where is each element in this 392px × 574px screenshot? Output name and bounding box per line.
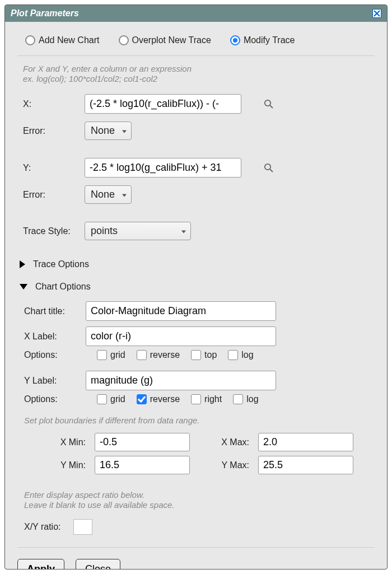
ratio-label: X/Y ratio: [24, 522, 61, 532]
y-right-checkbox[interactable]: right [191, 394, 222, 404]
close-button[interactable]: Close [76, 559, 120, 569]
xmax-input[interactable] [258, 433, 353, 451]
divider [17, 55, 375, 56]
apply-button[interactable]: Apply [17, 559, 64, 569]
x-input[interactable] [85, 94, 241, 114]
svg-line-1 [270, 105, 273, 108]
x-error-label: Error: [23, 126, 79, 136]
ymax-input[interactable] [258, 456, 353, 474]
plot-parameters-dialog: Plot Parameters Add New Chart Overplot N… [4, 4, 388, 570]
y-input[interactable] [85, 158, 241, 178]
divider [17, 547, 375, 548]
checkbox-icon [228, 350, 238, 360]
checkbox-icon [97, 350, 107, 360]
chart-options-panel: Chart title: X Label: Options: grid reve… [17, 295, 375, 542]
checkbox-icon [233, 394, 243, 404]
ymax-label: Y Max: [199, 460, 249, 470]
x-log-checkbox[interactable]: log [228, 350, 253, 360]
expander-label: Trace Options [33, 259, 89, 269]
options-label: Options: [24, 394, 86, 404]
chevron-down-icon [20, 284, 27, 290]
x-label: X: [23, 99, 79, 109]
ratio-input[interactable] [73, 519, 92, 535]
x-reverse-checkbox[interactable]: reverse [137, 350, 180, 360]
close-icon[interactable] [372, 9, 381, 18]
radio-overplot-new-trace[interactable]: Overplot New Trace [119, 35, 211, 45]
radio-label: Overplot New Trace [132, 35, 211, 45]
options-label: Options: [24, 350, 86, 360]
y-grid-checkbox[interactable]: grid [97, 394, 125, 404]
checkbox-icon [97, 394, 107, 404]
y-label: Y: [23, 163, 79, 173]
radio-icon [230, 35, 240, 45]
xmin-input[interactable] [95, 433, 190, 451]
chart-title-label: Chart title: [24, 306, 86, 316]
dialog-title: Plot Parameters [11, 8, 79, 18]
trace-style-select[interactable]: points [85, 222, 191, 240]
dialog-content: Add New Chart Overplot New Trace Modify … [5, 22, 387, 569]
titlebar: Plot Parameters [5, 5, 387, 22]
x-error-select[interactable]: None [85, 122, 132, 140]
ymin-input[interactable] [95, 456, 190, 474]
radio-add-new-chart[interactable]: Add New Chart [25, 35, 100, 45]
svg-point-0 [265, 100, 270, 105]
x-top-checkbox[interactable]: top [191, 350, 217, 360]
bounds-grid: X Min: X Max: Y Min: Y Max: [24, 433, 375, 474]
aspect-hint: Enter display aspect ratio below. Leave … [24, 474, 375, 519]
search-icon[interactable] [263, 98, 275, 110]
trace-options-expander[interactable]: Trace Options [17, 256, 375, 273]
ylabel-input[interactable] [86, 371, 276, 390]
xlabel-input[interactable] [86, 326, 276, 346]
radio-icon [119, 35, 129, 45]
expander-label: Chart Options [35, 282, 91, 292]
x-options-row: Options: grid reverse top log [24, 349, 375, 368]
bounds-hint: Set plot boundaries if different from da… [24, 412, 375, 433]
checkbox-icon [137, 394, 147, 404]
radio-icon [25, 35, 35, 45]
checkbox-icon [191, 394, 201, 404]
search-icon[interactable] [263, 162, 275, 174]
svg-point-2 [265, 164, 270, 169]
radio-label: Add New Chart [39, 35, 100, 45]
xy-hint: For X and Y, enter a column or an expres… [17, 62, 375, 92]
y-reverse-checkbox[interactable]: reverse [137, 394, 180, 404]
dialog-footer: Apply Close [17, 553, 375, 569]
xmin-label: X Min: [35, 437, 86, 447]
checkbox-icon [137, 350, 147, 360]
checkbox-icon [191, 350, 201, 360]
xlabel-label: X Label: [24, 332, 86, 342]
y-log-checkbox[interactable]: log [233, 394, 258, 404]
y-error-select[interactable]: None [85, 185, 132, 204]
ymin-label: Y Min: [35, 460, 86, 470]
x-grid-checkbox[interactable]: grid [97, 350, 125, 360]
radio-label: Modify Trace [244, 35, 295, 45]
chevron-right-icon [20, 260, 25, 268]
chart-options-expander[interactable]: Chart Options [17, 278, 375, 295]
mode-radio-group: Add New Chart Overplot New Trace Modify … [17, 32, 375, 54]
xmax-label: X Max: [199, 437, 249, 447]
y-options-row: Options: grid reverse right log [24, 393, 375, 412]
radio-modify-trace[interactable]: Modify Trace [230, 35, 295, 45]
svg-line-3 [270, 169, 273, 172]
chart-title-input[interactable] [86, 301, 276, 321]
trace-style-label: Trace Style: [23, 226, 79, 236]
y-error-label: Error: [23, 190, 79, 200]
ylabel-label: Y Label: [24, 376, 86, 386]
